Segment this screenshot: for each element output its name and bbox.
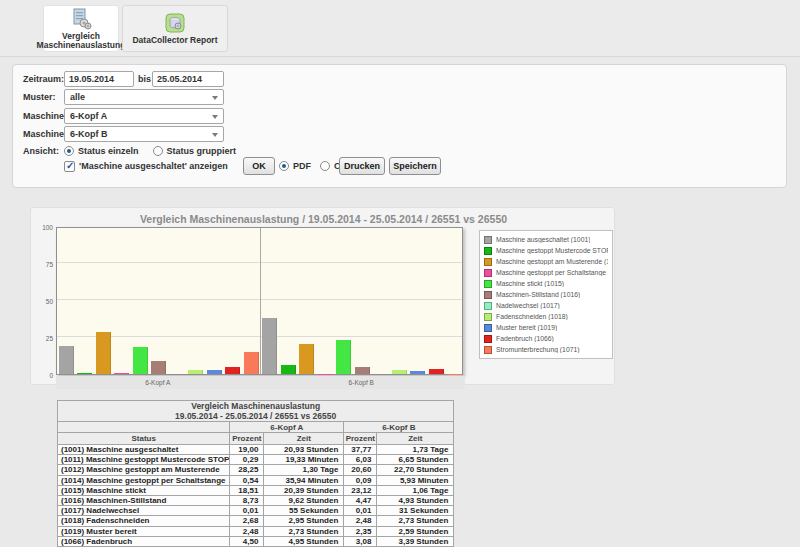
y-tick-label: 75 [32, 261, 53, 268]
chart-x-axis: 6-Kopf A6-Kopf B [56, 376, 465, 389]
value-cell: 9,62 Stunden [264, 495, 344, 505]
tab-label: Vergleich Maschinenauslastung [34, 31, 129, 51]
legend-label: Nadelwechsel (1017) [496, 302, 560, 309]
legend-label: Maschine stickt (1015) [496, 280, 564, 287]
tab-datacollector-report[interactable]: DataCollector Report [122, 5, 228, 52]
value-cell: 2,59 Stunden [377, 526, 454, 536]
value-cell: 3,08 [344, 536, 377, 546]
legend-label: Fadenbruch (1066) [496, 335, 554, 342]
status-cell: (1016) Maschinen-Stillstand [58, 495, 230, 505]
value-cell: 5,93 Minuten [377, 475, 454, 485]
database-icon [165, 11, 185, 35]
chart-title: Vergleich Maschinenauslastung / 19.05.20… [31, 213, 616, 225]
legend-color-chip [484, 324, 492, 332]
table-row: (1015) Maschine stickt18,5120,39 Stunden… [58, 485, 454, 495]
value-cell: 0,29 [230, 455, 264, 465]
legend-label: Maschine gestoppt per Schaltstange (1014… [496, 269, 608, 276]
maschine-ausgeschaltet-checkbox-label: 'Maschine ausgeschaltet' anzeigen [79, 161, 228, 171]
chevron-down-icon [212, 96, 218, 100]
legend-color-chip [484, 247, 492, 255]
value-cell: 2,48 [230, 526, 264, 536]
chart-bar [207, 370, 222, 374]
legend-color-chip [484, 280, 492, 288]
value-cell: 2,68 [230, 516, 264, 526]
table-column-header: Prozent [230, 433, 264, 445]
table-title-line2: 19.05.2014 - 25.05.2014 / 26551 vs 26550 [58, 411, 453, 421]
radio-status-gruppiert-label: Status gruppiert [167, 146, 237, 156]
value-cell: 2,73 Stunden [264, 526, 344, 536]
muster-value: alle [70, 92, 85, 102]
legend-label: Muster bereit (1019) [496, 324, 557, 331]
chart-bar [429, 369, 444, 374]
legend-item: Maschine stickt (1015) [480, 278, 612, 289]
chart-bar [336, 340, 351, 374]
chart-bar [225, 367, 240, 374]
speichern-button[interactable]: Speichern [389, 157, 441, 175]
value-cell: 19,33 Minuten [264, 455, 344, 465]
status-cell: (1017) Nadelwechsel [58, 506, 230, 516]
value-cell: 20,39 Stunden [264, 485, 344, 495]
value-cell: 0,01 [344, 506, 377, 516]
comparison-table: Vergleich Maschinenauslastung 19.05.2014… [57, 400, 454, 547]
chart-plot [56, 227, 463, 375]
chart-bar [133, 347, 148, 374]
legend-item: Maschine gestoppt Mustercode STOP (1011) [480, 245, 612, 256]
legend-item: Maschinen-Stillstand (1016) [480, 289, 612, 300]
chart-bar [244, 352, 259, 374]
radio-csv[interactable] [320, 161, 330, 171]
zeitraum-to-input[interactable] [152, 71, 224, 87]
legend-color-chip [484, 335, 492, 343]
y-tick-label: 50 [32, 298, 53, 305]
legend-item: Maschine ausgeschaltet (1001) [480, 234, 612, 245]
y-tick-label: 25 [32, 335, 53, 342]
y-tick-label: 100 [32, 224, 53, 231]
value-cell: 0,54 [230, 475, 264, 485]
table-group-header-b: 6-Kopf B [344, 422, 454, 433]
ok-button[interactable]: OK [243, 157, 275, 175]
chart-bar [151, 361, 166, 374]
x-category-label: 6-Kopf A [145, 379, 170, 386]
table-row: (1018) Fadenschneiden2,682,95 Stunden2,4… [58, 516, 454, 526]
legend-color-chip [484, 236, 492, 244]
legend-item: Stromunterbrechung (1071) [480, 344, 612, 355]
maschine2-value: 6-Kopf B [70, 129, 108, 139]
legend-color-chip [484, 291, 492, 299]
radio-pdf[interactable] [279, 161, 289, 171]
value-cell: 35,94 Minuten [264, 475, 344, 485]
status-cell: (1015) Maschine stickt [58, 485, 230, 495]
chevron-down-icon [212, 133, 218, 137]
value-cell: 0,09 [344, 475, 377, 485]
legend-label: Fadenschneiden (1018) [496, 313, 568, 320]
toolbar: Vergleich Maschinenauslastung DataCollec… [0, 0, 800, 57]
tab-label: DataCollector Report [129, 35, 220, 46]
table-column-header: Prozent [344, 433, 377, 445]
value-cell: 18,51 [230, 485, 264, 495]
chart-bar [188, 370, 203, 374]
table-column-header: Zeit [264, 433, 344, 445]
muster-select[interactable]: alle [64, 89, 224, 105]
zeitraum-from-input[interactable] [64, 71, 134, 87]
value-cell: 1,73 Tage [377, 445, 454, 455]
chart-bar [355, 367, 370, 374]
tab-vergleich-maschinenauslastung[interactable]: Vergleich Maschinenauslastung [43, 5, 119, 52]
value-cell: 1,30 Tage [264, 465, 344, 475]
legend-color-chip [484, 313, 492, 321]
maschine2-select[interactable]: 6-Kopf B [64, 126, 224, 142]
zeitraum-label: Zeitraum: [23, 74, 64, 84]
legend-label: Stromunterbrechung (1071) [496, 346, 580, 353]
value-cell: 4,47 [344, 495, 377, 505]
maschine-select[interactable]: 6-Kopf A [64, 108, 224, 124]
radio-status-gruppiert[interactable] [153, 146, 163, 156]
value-cell: 23,12 [344, 485, 377, 495]
chart-bar [262, 318, 277, 374]
status-cell: (1066) Fadenbruch [58, 536, 230, 546]
chart-bar [410, 371, 425, 374]
status-cell: (1001) Maschine ausgeschaltet [58, 445, 230, 455]
chevron-down-icon [212, 115, 218, 119]
table-row: (1011) Maschine gestoppt Mustercode STOP… [58, 455, 454, 465]
table-column-header: Zeit [377, 433, 454, 445]
maschine-ausgeschaltet-checkbox[interactable] [64, 161, 75, 172]
chart-panel: Vergleich Maschinenauslastung / 19.05.20… [30, 207, 615, 385]
drucken-button[interactable]: Drucken [339, 157, 385, 175]
radio-status-einzeln[interactable] [64, 146, 74, 156]
